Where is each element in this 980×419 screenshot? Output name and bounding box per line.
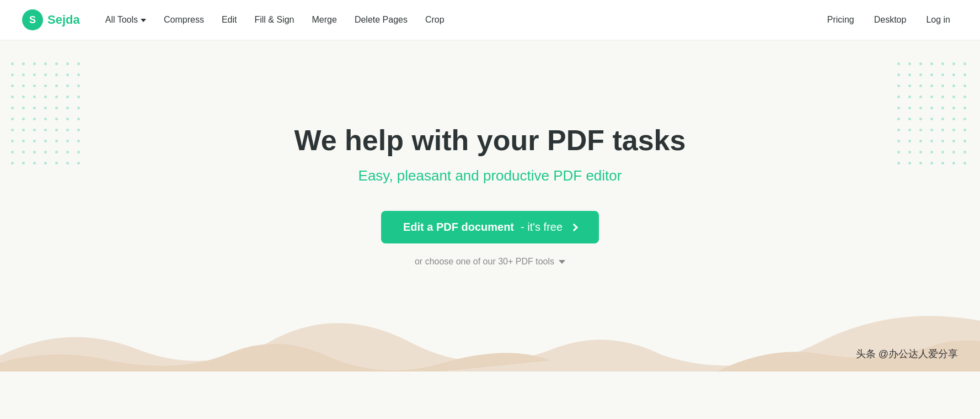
nav-delete-pages[interactable]: Delete Pages bbox=[347, 12, 415, 28]
nav-merge[interactable]: Merge bbox=[304, 12, 345, 28]
nav-login[interactable]: Log in bbox=[918, 12, 958, 28]
cta-free-text: - it's free bbox=[521, 221, 563, 234]
tools-chooser[interactable]: or choose one of our 30+ PDF tools bbox=[294, 257, 686, 267]
hero-title: We help with your PDF tasks bbox=[294, 123, 686, 157]
nav-all-tools[interactable]: All Tools bbox=[98, 12, 154, 28]
cta-bold-text: Edit a PDF document bbox=[403, 221, 514, 234]
watermark: 头条 @办公达人爱分享 bbox=[856, 347, 958, 360]
logo-icon: S bbox=[22, 9, 43, 30]
nav-fill-sign[interactable]: Fill & Sign bbox=[247, 12, 302, 28]
tools-chevron-icon bbox=[559, 260, 565, 264]
nav-crop[interactable]: Crop bbox=[417, 12, 452, 28]
navbar: S Sejda All Tools Compress Edit Fill & S… bbox=[0, 0, 980, 40]
cta-container: Edit a PDF document - it's free bbox=[294, 211, 686, 257]
logo-name: Sejda bbox=[47, 13, 80, 27]
nav-pricing[interactable]: Pricing bbox=[820, 12, 862, 28]
nav-right-links: Pricing Desktop Log in bbox=[820, 12, 958, 28]
nav-desktop[interactable]: Desktop bbox=[866, 12, 914, 28]
hero-section: const leftGrid = document.querySelector(… bbox=[0, 40, 980, 372]
dot-decoration-left: const leftGrid = document.querySelector(… bbox=[11, 62, 83, 167]
hero-subtitle: Easy, pleasant and productive PDF editor bbox=[294, 167, 686, 184]
nav-main-links: All Tools Compress Edit Fill & Sign Merg… bbox=[98, 12, 820, 28]
secondary-cta-text: or choose one of our 30+ PDF tools bbox=[415, 257, 554, 267]
hero-content: We help with your PDF tasks Easy, pleasa… bbox=[294, 123, 686, 267]
nav-edit[interactable]: Edit bbox=[214, 12, 245, 28]
chevron-down-icon bbox=[141, 19, 146, 22]
blob-decoration bbox=[0, 272, 980, 372]
nav-compress[interactable]: Compress bbox=[156, 12, 212, 28]
dot-decoration-right: const rightGrid = document.querySelector… bbox=[897, 62, 969, 167]
logo-link[interactable]: S Sejda bbox=[22, 9, 80, 30]
edit-pdf-button[interactable]: Edit a PDF document - it's free bbox=[381, 211, 599, 243]
cta-arrow-icon bbox=[570, 224, 578, 231]
